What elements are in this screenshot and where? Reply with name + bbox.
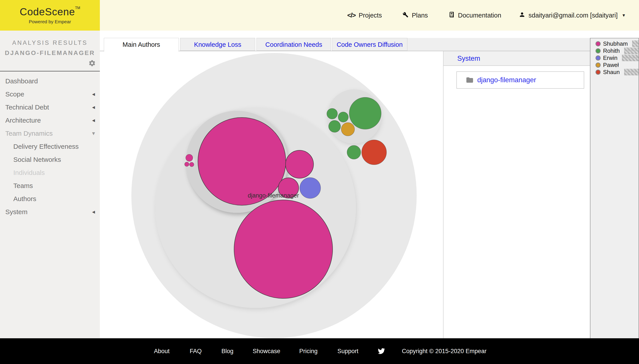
redacted-name	[622, 54, 638, 61]
caret-down-icon: ▾	[622, 12, 625, 18]
sidebar-item-authors[interactable]: Authors	[0, 192, 100, 205]
legend-entry-pawe: Paweł	[590, 62, 638, 68]
footer-link-pricing[interactable]: Pricing	[299, 348, 318, 355]
file-bubble-rohith[interactable]	[327, 108, 338, 119]
legend-color-dot	[596, 70, 600, 74]
nav-documentation[interactable]: Documentation	[448, 0, 501, 30]
legend-color-dot	[596, 49, 600, 53]
sidebar-item-label: Architecture	[5, 116, 41, 124]
sidebar-item-label: Social Networks	[13, 156, 61, 163]
footer-link-showcase[interactable]: Showcase	[253, 348, 280, 355]
nav-plans-label: Plans	[412, 12, 428, 19]
redacted-name	[624, 69, 638, 75]
logo-text: CodeSceneTM	[0, 6, 100, 18]
codescene-app: CodeSceneTM Powered by Empear </> Projec…	[0, 0, 639, 364]
sidebar-item-label: System	[5, 208, 28, 216]
authors-legend: ShubhamRohithErwinPawełShaun	[590, 38, 638, 76]
file-bubble-erwin[interactable]	[300, 178, 321, 198]
logo-tagline: Powered by Empear	[0, 19, 100, 24]
sidebar-item-label: Teams	[13, 182, 33, 189]
chart-center-label: django-filemanager	[248, 192, 299, 199]
sidebar-item-label: Dashboard	[5, 77, 38, 85]
analysis-heading: ANALYSIS RESULTS DJANGO-FILEMANAGER	[0, 40, 100, 56]
sidebar: ANALYSIS RESULTS DJANGO-FILEMANAGER Dash…	[0, 30, 100, 338]
tab-knowledge-loss[interactable]: Knowledge Loss	[180, 38, 255, 51]
file-bubble-pawe[interactable]	[341, 122, 355, 136]
folder-icon	[466, 76, 474, 84]
file-bubble-rohith[interactable]	[347, 146, 361, 159]
tab-strip-filler	[407, 38, 590, 51]
sidebar-item-architecture[interactable]: Architecture◂	[0, 114, 100, 127]
sidebar-item-dashboard[interactable]: Dashboard	[0, 74, 100, 88]
tab-coordination-needs[interactable]: Coordination Needs	[256, 38, 331, 51]
chevron-left-icon: ◂	[92, 205, 95, 218]
main-authors-chart: django-filemanager	[100, 51, 443, 338]
sidebar-item-scope[interactable]: Scope◂	[0, 88, 100, 101]
tab-main-authors[interactable]: Main Authors	[104, 38, 179, 52]
redacted-name	[632, 40, 638, 47]
sidebar-item-social-networks[interactable]: Social Networks	[0, 153, 100, 166]
file-bubble-shubham[interactable]	[185, 162, 189, 166]
gear-icon[interactable]	[88, 60, 96, 67]
legend-entry-shubham: Shubham	[590, 40, 638, 47]
footer-link-faq[interactable]: FAQ	[190, 348, 202, 355]
legend-author-name: Rohith	[603, 48, 620, 54]
key-icon	[402, 11, 409, 20]
sidebar-item-system[interactable]: System◂	[0, 205, 100, 218]
sidebar-item-individuals[interactable]: Individuals	[0, 166, 100, 179]
sidebar-menu: DashboardScope◂Technical Debt◂Architectu…	[0, 74, 100, 218]
nav-user-menu[interactable]: sdaityari@gmail.com [sdaityari] ▾	[519, 0, 625, 30]
file-bubble-rohith[interactable]	[338, 112, 348, 122]
bubble-chart-svg: django-filemanager	[102, 51, 443, 338]
chevron-left-icon: ◂	[92, 114, 95, 127]
legend-author-name: Shubham	[603, 40, 628, 47]
system-folder-card[interactable]: django-filemanager	[456, 72, 584, 89]
file-bubble-shubham[interactable]	[285, 150, 313, 178]
legend-color-dot	[596, 42, 600, 46]
sidebar-item-label: Delivery Effectiveness	[13, 143, 79, 150]
trademark-mark: TM	[75, 6, 80, 10]
analysis-heading-line2: DJANGO-FILEMANAGER	[0, 50, 100, 56]
nav-projects[interactable]: </> Projects	[347, 0, 382, 30]
sidebar-item-label: Authors	[13, 195, 36, 202]
legend-author-name: Erwin	[603, 54, 617, 62]
file-bubble-shubham[interactable]	[234, 200, 333, 298]
codescene-logo[interactable]: CodeSceneTM Powered by Empear	[0, 0, 100, 30]
file-bubble-shubham[interactable]	[186, 154, 193, 162]
footer-link-support[interactable]: Support	[338, 348, 359, 355]
chevron-left-icon: ◂	[92, 101, 95, 114]
legend-entry-rohith: Rohith	[590, 47, 638, 54]
legend-author-name: Paweł	[603, 62, 619, 68]
sidebar-item-team-dynamics[interactable]: Team Dynamics▾	[0, 127, 100, 140]
sidebar-item-teams[interactable]: Teams	[0, 179, 100, 192]
tab-code-owners-diffusion[interactable]: Code Owners Diffusion	[332, 38, 407, 51]
legend-color-dot	[596, 56, 600, 60]
sidebar-divider	[0, 71, 100, 72]
top-bar: CodeSceneTM Powered by Empear </> Projec…	[0, 0, 639, 30]
footer: AboutFAQBlogShowcasePricingSupport Copyr…	[0, 338, 639, 364]
legend-color-dot	[596, 63, 600, 67]
authors-legend-panel: ShubhamRohithErwinPawełShaun	[590, 38, 639, 338]
file-bubble-rohith[interactable]	[329, 120, 341, 132]
book-icon	[448, 11, 455, 20]
system-folder-link[interactable]: django-filemanager	[477, 76, 536, 84]
sidebar-item-delivery-effectiveness[interactable]: Delivery Effectiveness	[0, 140, 100, 153]
legend-entry-erwin: Erwin	[590, 54, 638, 62]
nav-projects-label: Projects	[359, 12, 382, 19]
nav-plans[interactable]: Plans	[402, 0, 428, 30]
person-icon	[519, 11, 525, 20]
footer-link-about[interactable]: About	[154, 348, 170, 355]
chevron-left-icon: ◂	[92, 88, 95, 101]
user-email-label: sdaityari@gmail.com [sdaityari]	[528, 12, 618, 19]
twitter-icon[interactable]	[378, 348, 385, 355]
file-bubble-shubham[interactable]	[189, 162, 194, 167]
nav-documentation-label: Documentation	[458, 12, 501, 19]
sidebar-item-label: Individuals	[13, 169, 45, 176]
file-bubble-rohith[interactable]	[349, 97, 381, 129]
sidebar-item-label: Scope	[5, 90, 24, 98]
redacted-name	[624, 48, 638, 54]
system-panel-title: System	[444, 51, 590, 66]
sidebar-item-technical-debt[interactable]: Technical Debt◂	[0, 101, 100, 114]
footer-link-blog[interactable]: Blog	[221, 348, 233, 355]
file-bubble-shaun[interactable]	[362, 140, 387, 165]
